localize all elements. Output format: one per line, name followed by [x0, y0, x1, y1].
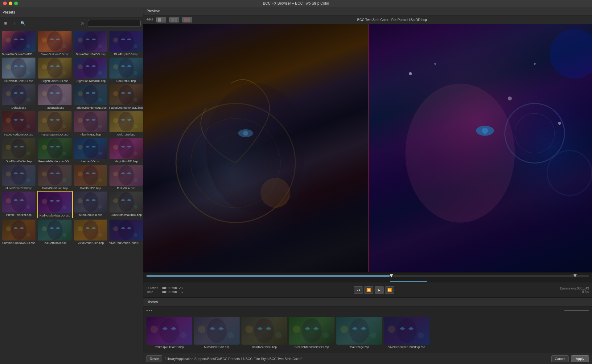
preset-thumb-25 [38, 192, 72, 213]
preview-label: Preview [146, 9, 160, 13]
preset-item-6[interactable]: BrightSaturatedDD.bsp [73, 57, 108, 83]
svg-point-3 [6, 38, 11, 42]
timeline[interactable] [143, 272, 592, 282]
preset-item-17[interactable]: GreenishTendenciesDD.bsp [37, 137, 73, 164]
split-left-button[interactable] [156, 17, 166, 22]
svg-point-6 [50, 38, 54, 40]
svg-point-84 [27, 152, 30, 155]
preset-item-12[interactable]: FadedRedtoneDD.bsp [1, 111, 36, 137]
upload-icon[interactable]: ↑ [11, 20, 17, 26]
preset-item-22[interactable]: PaleFireDD.bsp [73, 164, 108, 190]
preset-label-9: FadeBack.bsp [46, 106, 64, 109]
reset-button[interactable]: Reset [146, 355, 162, 362]
timeline-range-marker[interactable] [574, 274, 577, 277]
history-scrollbar[interactable] [564, 310, 589, 311]
cancel-button[interactable]: Cancel [551, 355, 569, 362]
step-back-button[interactable]: ⏪ [364, 286, 373, 294]
rewind-to-start-button[interactable]: ⏮ [354, 286, 363, 294]
preset-item-20[interactable]: MutedColorCold.bsp [1, 164, 36, 190]
minimize-button[interactable] [9, 2, 12, 5]
svg-point-142 [20, 227, 24, 229]
history-item-3[interactable]: GreenishTendenciesDD.bsp [289, 317, 335, 349]
preset-item-29[interactable]: TealSoftGrain.bsp [37, 219, 73, 245]
preset-label-8: Default.bsp [11, 106, 26, 109]
svg-point-39 [134, 71, 138, 75]
preset-item-28[interactable]: SummerSundownDD.bsp [1, 219, 36, 245]
svg-point-107 [56, 172, 60, 174]
preset-item-16[interactable]: GoldToneDeSat.bsp [1, 137, 36, 164]
preset-item-11[interactable]: FadedOrangetoneDD.bsp [109, 84, 143, 110]
close-button[interactable] [3, 2, 7, 5]
history-item-2[interactable]: GoldToneDeSat.bsp [241, 317, 287, 349]
step-forward-button[interactable]: ⏩ [385, 286, 394, 294]
history-item-5[interactable]: VividRedAmberUnderExp.bsp [384, 317, 430, 349]
grid-view-icon[interactable]: ⊞ [2, 20, 9, 26]
preset-item-30[interactable]: VividAmberSkin.bsp [73, 219, 108, 245]
svg-point-79 [134, 125, 138, 128]
search-icon[interactable]: 🔍 [20, 20, 26, 26]
preset-item-3[interactable]: BluePurpleDD.bsp [109, 30, 143, 56]
preset-item-2[interactable]: BlownOutHiSatDD.bsp [73, 30, 108, 56]
svg-point-153 [78, 226, 83, 231]
preset-item-23[interactable]: PinkySkin.bsp [109, 164, 143, 190]
preset-item-1[interactable]: BlownOutHeatDD.bsp [37, 30, 73, 56]
search-input[interactable] [88, 20, 141, 27]
svg-point-109 [63, 178, 66, 182]
apply-button[interactable]: Apply [571, 355, 589, 362]
duration-row: Duration 00:00:00:23 [146, 286, 196, 290]
presets-toolbar: ⊞ ↑ 🔍 ⊘ [0, 18, 143, 29]
timeline-playhead[interactable] [390, 274, 393, 277]
preset-label-5: BrightGoldenDD.bsp [41, 79, 68, 83]
duration-label: Duration [146, 286, 160, 290]
preset-item-26[interactable]: SubduedCold.bsp [73, 191, 108, 218]
preset-item-15[interactable]: GoldTone.bsp [109, 111, 143, 137]
preset-item-8[interactable]: Default.bsp [1, 84, 36, 110]
preset-item-21[interactable]: MutedSoftGrain.bsp [37, 164, 73, 190]
svg-point-190 [162, 327, 167, 330]
history-item-1[interactable]: MutedColorCold.bsp [194, 317, 240, 349]
preset-item-25[interactable]: RedPurpleHiSatDD.bsp [37, 191, 73, 218]
preset-thumb-8 [2, 84, 35, 105]
preset-label-13: FalseAutumnDD.bsp [41, 133, 68, 136]
right-panel: Preview 66% [143, 7, 592, 364]
split-red-button[interactable] [182, 17, 192, 22]
preset-item-14[interactable]: FlatPinkDD.bsp [73, 111, 108, 137]
svg-point-15 [118, 31, 134, 51]
split-line [368, 24, 368, 272]
svg-point-18 [113, 38, 118, 42]
svg-point-156 [121, 227, 125, 229]
preset-item-7[interactable]: CoolOffDD.bsp [109, 57, 143, 83]
svg-point-71 [86, 119, 89, 121]
history-item-4[interactable]: TealOrange.bsp [336, 317, 382, 349]
preset-item-5[interactable]: BrightGoldenDD.bsp [37, 57, 73, 83]
preset-item-4[interactable]: BlueWhiteShiftDD.bsp [1, 57, 36, 83]
preset-item-0[interactable]: BlownOutGreenRedDD.bsp [1, 30, 36, 56]
svg-point-75 [118, 112, 134, 131]
more-options-icon[interactable] [146, 310, 152, 311]
preset-item-10[interactable]: FadedGreentoneDD.bsp [73, 84, 108, 110]
play-button[interactable]: ▶ [375, 286, 384, 294]
info-icon[interactable]: ⊘ [79, 20, 85, 26]
preset-thumb-16 [2, 138, 35, 159]
preset-label-27: SubtleOffDefaultDD.bsp [110, 213, 142, 216]
split-center-button[interactable] [169, 17, 179, 22]
preview-toolbar: 66% BCC Two Strip Col [143, 15, 592, 24]
timeline-range-indicator [390, 281, 427, 282]
preset-item-13[interactable]: FalseAutumnDD.bsp [37, 111, 73, 137]
preset-item-31[interactable]: VividRedAmberUnderExp.bsp [109, 219, 143, 245]
svg-rect-161 [162, 18, 164, 22]
preset-item-24[interactable]: PurplePolarizer.bsp [1, 191, 36, 218]
svg-point-147 [56, 227, 60, 229]
time-label: Time [146, 290, 160, 294]
svg-point-64 [27, 125, 30, 128]
preview-image [143, 24, 592, 272]
history-item-0[interactable]: RedPurpleHiSatDD.bsp [146, 317, 192, 349]
maximize-button[interactable] [14, 2, 18, 5]
preset-item-19[interactable]: MagicPinkDD.bsp [109, 137, 143, 164]
preset-item-18[interactable]: IcemanDD.bsp [73, 137, 108, 164]
timeline-track[interactable] [146, 275, 589, 277]
preset-item-27[interactable]: SubtleOffDefaultDD.bsp [109, 191, 143, 218]
svg-point-129 [63, 206, 66, 209]
svg-point-143 [6, 226, 11, 231]
preset-item-9[interactable]: FadeBack.bsp [37, 84, 73, 110]
